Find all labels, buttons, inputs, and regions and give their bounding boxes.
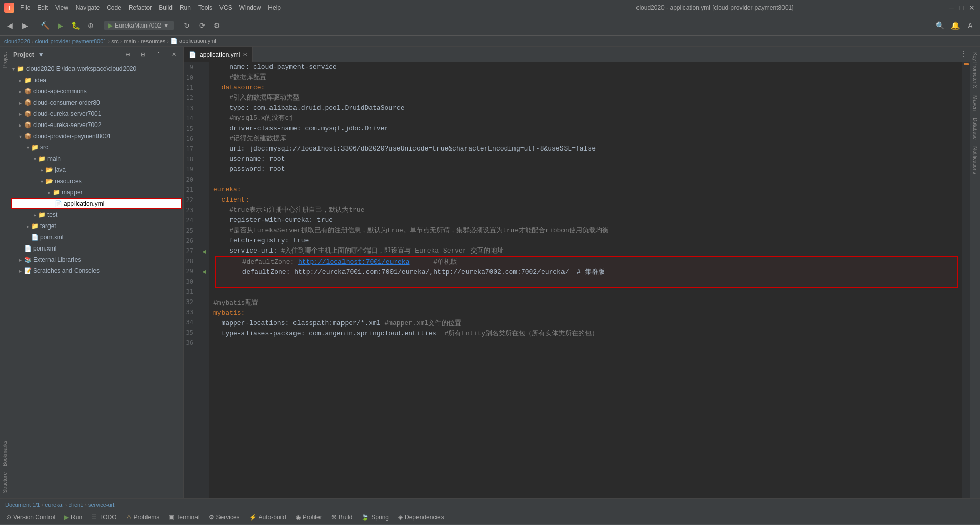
tree-item-main[interactable]: ▾📁main — [10, 153, 183, 164]
menu-file[interactable]: File — [17, 3, 33, 12]
menu-run[interactable]: Run — [177, 3, 194, 12]
tree-item-java[interactable]: ▸📂java — [10, 164, 183, 176]
tree-item-cloud-eureka-server7002[interactable]: ▸📦cloud-eureka-server7002 — [10, 119, 183, 131]
tree-item-mapper[interactable]: ▸📁mapper — [10, 187, 183, 198]
tree-item-test[interactable]: ▸📁test — [10, 209, 183, 220]
status-bc-eureka[interactable]: eureka: — [45, 502, 64, 508]
menu-view[interactable]: View — [52, 3, 71, 12]
bc-file[interactable]: 📄 application.yml — [170, 38, 216, 44]
tree-arrow-java[interactable]: ▸ — [39, 167, 45, 173]
todo-button[interactable]: ☰ TODO — [87, 513, 120, 522]
tree-arrow-cloud2020[interactable]: ▾ — [10, 66, 16, 72]
tree-arrow-src[interactable]: ▾ — [24, 145, 31, 151]
run-config-dropdown-icon[interactable]: ▼ — [163, 22, 169, 29]
menu-refactor[interactable]: Refactor — [126, 3, 155, 12]
close-panel-button[interactable]: ✕ — [167, 48, 180, 61]
window-controls[interactable]: ─ □ ✕ — [947, 4, 976, 12]
translate-button[interactable]: A — [964, 19, 977, 32]
key-promoter-panel-button[interactable]: Key Promoter X — [971, 49, 979, 91]
services-button[interactable]: ⚙ Services — [205, 513, 244, 522]
bc-module[interactable]: cloud-provider-payment8001 — [35, 38, 106, 44]
tree-item-resources[interactable]: ▾📂resources — [10, 176, 183, 187]
tree-arrow-ext-libs[interactable]: ▸ — [17, 257, 23, 263]
project-options-button[interactable]: ⋮ — [152, 48, 165, 61]
close-button[interactable]: ✕ — [968, 4, 976, 12]
minimize-button[interactable]: ─ — [947, 4, 955, 12]
menu-window[interactable]: Window — [236, 3, 264, 12]
tree-arrow-scratches[interactable]: ▸ — [17, 268, 23, 274]
tree-item-cloud-consumer-order80[interactable]: ▸📦cloud-consumer-order80 — [10, 97, 183, 108]
tree-item-cloud-api-commons[interactable]: ▸📦cloud-api-commons — [10, 86, 183, 97]
code-editor[interactable]: name: cloud-payment-service #数据库配置 datas… — [209, 62, 962, 498]
tree-arrow-test[interactable]: ▸ — [32, 212, 38, 218]
build-button[interactable]: 🔨 — [38, 19, 52, 32]
menu-vcs[interactable]: VCS — [216, 3, 235, 12]
tree-item-cloud-provider-payment8001[interactable]: ▾📦cloud-provider-payment8001 — [10, 131, 183, 142]
terminal-button[interactable]: ▣ Terminal — [164, 513, 203, 522]
project-dropdown-icon[interactable]: ▼ — [38, 51, 44, 58]
menu-help[interactable]: Help — [265, 3, 284, 12]
tree-item-target[interactable]: ▸📁target — [10, 220, 183, 232]
menu-navigate[interactable]: Navigate — [72, 3, 103, 12]
tree-arrow-main[interactable]: ▾ — [32, 156, 38, 162]
menu-edit[interactable]: Edit — [34, 3, 51, 12]
bc-resources[interactable]: resources — [141, 38, 165, 44]
tree-arrow-cloud-eureka-server7001[interactable]: ▸ — [17, 111, 23, 117]
menu-code[interactable]: Code — [104, 3, 125, 12]
build-panel-button[interactable]: ⚒ Build — [327, 513, 357, 522]
tree-item-pom-xml-2[interactable]: 📄pom.xml — [10, 243, 183, 254]
dependencies-button[interactable]: ◈ Dependencies — [394, 513, 448, 522]
auto-build-button[interactable]: ⚡ Auto-build — [245, 513, 290, 522]
tree-item-cloud2020[interactable]: ▾📁cloud2020 E:\idea-workspace\cloud2020 — [10, 63, 183, 74]
tree-arrow-cloud-eureka-server7002[interactable]: ▸ — [17, 122, 23, 128]
bc-main[interactable]: main — [124, 38, 136, 44]
sync-button[interactable]: ⟳ — [195, 19, 209, 32]
collapse-all-button[interactable]: ⊟ — [136, 48, 150, 61]
settings-button[interactable]: ⚙ — [211, 19, 224, 32]
menu-tools[interactable]: Tools — [195, 3, 215, 12]
profiler-button[interactable]: ◉ Profiler — [291, 513, 326, 522]
debug-button[interactable]: 🐛 — [69, 19, 82, 32]
tree-arrow-idea[interactable]: ▸ — [17, 78, 23, 83]
tree-arrow-cloud-api-commons[interactable]: ▸ — [17, 89, 23, 94]
tree-item-idea[interactable]: ▸📁.idea — [10, 74, 183, 86]
run-panel-button[interactable]: ▶ Run — [60, 513, 86, 522]
run-coverage-button[interactable]: ⊕ — [84, 19, 97, 32]
status-bc-client[interactable]: client: — [69, 502, 84, 508]
tree-arrow-mapper[interactable]: ▸ — [46, 190, 52, 195]
tree-item-application.yml[interactable]: 📄application.yml — [11, 198, 182, 209]
tree-item-ext-libs[interactable]: ▸📚External Libraries — [10, 254, 183, 265]
problems-button[interactable]: ⚠ Problems — [122, 513, 164, 522]
tab-close-button[interactable]: ✕ — [243, 52, 247, 57]
search-button[interactable]: 🔍 — [933, 19, 946, 32]
bc-cloud2020[interactable]: cloud2020 — [4, 38, 30, 44]
menu-build[interactable]: Build — [156, 3, 176, 12]
refresh-button[interactable]: ↻ — [180, 19, 193, 32]
tree-arrow-resources[interactable]: ▾ — [39, 179, 45, 184]
locate-file-button[interactable]: ⊕ — [121, 48, 134, 61]
maven-panel-button[interactable]: Maven — [971, 92, 979, 114]
project-tool-button[interactable]: Project — [1, 49, 9, 71]
run-configuration-selector[interactable]: ▶ EurekaMain7002 ▼ — [104, 21, 174, 30]
tab-application-yml[interactable]: 📄 application.yml ✕ — [184, 47, 253, 62]
tree-arrow-target[interactable]: ▸ — [24, 223, 31, 229]
run-button[interactable]: ▶ — [54, 19, 67, 32]
forward-button[interactable]: ▶ — [18, 19, 32, 32]
notifications-panel-button[interactable]: Notifications — [971, 143, 979, 177]
database-panel-button[interactable]: Database — [971, 115, 979, 143]
tree-item-src[interactable]: ▾📁src — [10, 142, 183, 153]
bookmarks-tool-button[interactable]: Bookmarks — [1, 438, 9, 469]
version-control-button[interactable]: ⊙ Version Control — [2, 513, 59, 522]
editor-options-button[interactable]: ⋮ — [957, 47, 970, 60]
structure-tool-button[interactable]: Structure — [1, 469, 9, 496]
status-bc-service-url[interactable]: service-url: — [88, 502, 116, 508]
bc-src[interactable]: src — [111, 38, 119, 44]
maximize-button[interactable]: □ — [958, 4, 966, 12]
tree-arrow-cloud-consumer-order80[interactable]: ▸ — [17, 100, 23, 106]
tree-item-cloud-eureka-server7001[interactable]: ▸📦cloud-eureka-server7001 — [10, 108, 183, 119]
tree-item-scratches[interactable]: ▸📝Scratches and Consoles — [10, 265, 183, 277]
spring-button[interactable]: 🍃 Spring — [357, 513, 393, 522]
tree-arrow-cloud-provider-payment8001[interactable]: ▾ — [17, 134, 23, 139]
back-button[interactable]: ◀ — [3, 19, 16, 32]
tree-item-pom-xml-1[interactable]: 📄pom.xml — [10, 232, 183, 243]
